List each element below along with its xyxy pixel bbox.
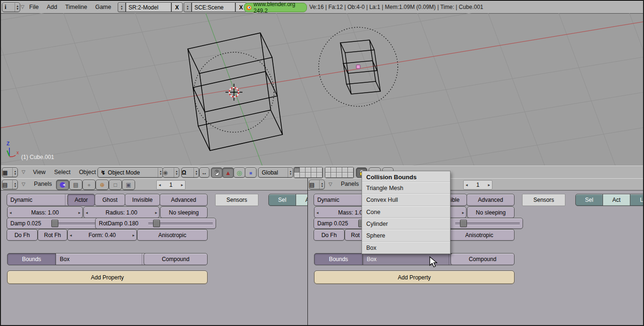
menu-select[interactable]: Select	[54, 169, 71, 175]
manipulator-toggle-button[interactable]: ↔	[199, 167, 209, 178]
menu-item-triangle-mesh[interactable]: Triangle Mesh	[362, 182, 450, 194]
layer-cell-7[interactable]	[300, 173, 306, 178]
layer-cell-5[interactable]	[317, 167, 322, 173]
layer-cell-2[interactable]	[331, 167, 337, 173]
menu-item-sphere[interactable]: Sphere	[362, 230, 450, 241]
menu-item-box[interactable]: Box	[362, 242, 450, 254]
radius-right-arrow[interactable]: ▸	[155, 210, 157, 215]
compound-toggle[interactable]: Compound	[144, 253, 208, 265]
buttons-collapse-icon[interactable]: ▽	[22, 182, 25, 187]
anisotropic-toggle[interactable]: Anisotropic	[137, 229, 208, 241]
sensors-act-toggle[interactable]: Act	[296, 194, 308, 206]
radius-right-arrow[interactable]: ▸	[462, 210, 464, 215]
advanced-button[interactable]: Advanced	[160, 194, 208, 206]
invisible-toggle[interactable]: Invisible	[125, 194, 160, 206]
menu-timeline[interactable]: Timeline	[65, 4, 87, 10]
rotdamp-slider-knob[interactable]	[153, 220, 160, 227]
version-banner[interactable]: www.blender.org 249.2	[244, 3, 307, 12]
mass-field[interactable]: ◂ Mass: 1.00 ▸	[7, 207, 83, 218]
actor-toggle[interactable]: Actor	[67, 194, 95, 206]
add-property-button[interactable]: Add Property	[314, 270, 515, 284]
form-left-arrow[interactable]: ◂	[70, 233, 72, 238]
add-property-button[interactable]: Add Property	[7, 270, 208, 284]
script-context-button[interactable]: ▤	[69, 180, 82, 190]
translate-hand-button[interactable]	[211, 167, 223, 178]
editing-context-button[interactable]: □	[109, 180, 122, 190]
menu-item-cone[interactable]: Cone	[362, 206, 450, 218]
scene-name-field[interactable]: SCE:Scene	[192, 2, 235, 12]
dynamic-dropdown[interactable]: Dynamic ▴▾	[7, 194, 71, 206]
screen-close-button[interactable]: X	[171, 2, 183, 12]
buttons-page-field[interactable]: ◂ 1 ▸	[463, 180, 492, 190]
menu-add[interactable]: Add	[47, 4, 57, 10]
mass-right-arrow[interactable]: ▸	[78, 210, 80, 215]
viewport-3d[interactable]: Z x (1) Cube.001	[1, 13, 643, 166]
damp-slider[interactable]: Damp 0.025	[7, 218, 98, 229]
panels-menu-label[interactable]: Panels	[341, 181, 359, 187]
layer-cell-10[interactable]	[348, 173, 354, 178]
buttons-window-spinner[interactable]: ▴▾	[12, 180, 17, 189]
layer-cell-2[interactable]	[300, 167, 306, 173]
sensors-sel-toggle[interactable]: Sel	[268, 194, 296, 206]
layer-cell-3[interactable]	[306, 167, 311, 173]
viewport-window-type-spinner[interactable]: ▴▾	[12, 168, 17, 177]
logic-context-button[interactable]	[56, 180, 69, 190]
anisotropic-toggle[interactable]: Anisotropic	[444, 229, 515, 241]
menu-item-convex-hull[interactable]: Convex Hull	[362, 194, 450, 206]
radius-left-arrow[interactable]: ◂	[86, 210, 88, 215]
advanced-button[interactable]: Advanced	[467, 194, 515, 206]
page-right-arrow[interactable]: ▸	[181, 183, 183, 187]
scene-spinner[interactable]: ▴▾	[184, 2, 192, 12]
buttons-window-spinner[interactable]: ▴▾	[319, 180, 324, 189]
mass-left-arrow[interactable]: ◂	[9, 210, 12, 215]
damp-slider-knob[interactable]	[51, 220, 58, 227]
sensors-act-toggle[interactable]: Act	[603, 194, 630, 206]
bounds-toggle[interactable]: Bounds	[314, 253, 363, 265]
layer-buttons-group-2[interactable]	[325, 167, 354, 178]
layer-cell-9[interactable]	[311, 173, 317, 178]
panels-menu-label[interactable]: Panels	[34, 181, 52, 187]
window-type-spinner[interactable]: ▴▾	[15, 3, 20, 12]
scale-manipulator-button[interactable]: ■	[245, 167, 257, 178]
menu-file[interactable]: File	[29, 4, 39, 10]
rotdamp-slider[interactable]: RotDamp 0.180	[95, 218, 216, 229]
screen-spinner[interactable]: ▴▾	[118, 2, 126, 12]
circle-manipulator-button[interactable]: ◎	[233, 167, 245, 178]
viewport-collapse-icon[interactable]: ▽	[22, 169, 25, 175]
pivot-dropdown[interactable]: Ω ▴▾	[181, 167, 199, 178]
window-type-button[interactable]: i ▴▾	[2, 2, 20, 12]
layer-cell-10[interactable]	[317, 173, 322, 178]
buttons-page-field[interactable]: ◂ 1 ▸	[156, 180, 185, 190]
bounds-toggle[interactable]: Bounds	[7, 253, 56, 265]
layer-cell-7[interactable]	[331, 173, 337, 178]
no-sleeping-toggle[interactable]: No sleeping	[467, 207, 515, 218]
layer-cell-8[interactable]	[306, 173, 311, 178]
orientation-dropdown[interactable]: Global ▴▾	[258, 167, 293, 178]
object-center-dot[interactable]	[356, 65, 360, 69]
buttons-collapse-icon[interactable]: ▽	[329, 182, 332, 187]
do-fh-toggle[interactable]: Do Fh	[7, 229, 38, 241]
layer-cell-1[interactable]	[325, 167, 331, 173]
mode-dropdown[interactable]: ↯ Object Mode ▴▾	[97, 167, 163, 178]
layer-cell-9[interactable]	[342, 173, 348, 178]
layer-cell-4[interactable]	[342, 167, 348, 173]
sensors-link-toggle[interactable]: Lin	[630, 194, 643, 206]
page-right-arrow[interactable]: ▸	[488, 183, 490, 187]
layer-buttons-group-1[interactable]	[294, 167, 323, 178]
buttons-window-type-left[interactable]: ▤ ▴▾	[2, 180, 18, 190]
cube-large-wireframe[interactable]	[188, 33, 282, 151]
object-context-button[interactable]: ⊕	[96, 180, 109, 190]
ghost-toggle[interactable]: Ghost	[95, 194, 125, 206]
menu-game[interactable]: Game	[95, 4, 111, 10]
layer-cell-8[interactable]	[337, 173, 342, 178]
menu-item-cylinder[interactable]: Cylinder	[362, 218, 450, 230]
layer-cell-4[interactable]	[311, 167, 317, 173]
page-left-arrow[interactable]: ◂	[466, 183, 468, 187]
layer-cell-6[interactable]	[294, 173, 300, 178]
bounds-type-dropdown[interactable]: Box ▴▾	[56, 253, 147, 265]
collapse-menu-icon[interactable]: ▽	[21, 4, 24, 9]
mass-left-arrow[interactable]: ◂	[316, 210, 319, 215]
menu-object[interactable]: Object	[79, 169, 96, 175]
sensors-sel-toggle[interactable]: Sel	[575, 194, 603, 206]
draw-type-dropdown[interactable]: ◉ ▴▾	[162, 167, 179, 178]
